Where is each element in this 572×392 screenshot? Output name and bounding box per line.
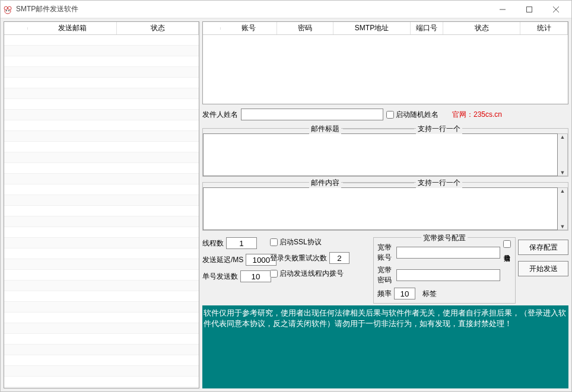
- titlebar: SMTP邮件发送软件: [1, 1, 571, 18]
- table-row: [4, 56, 199, 67]
- table-row: [4, 216, 199, 227]
- table-row: [4, 281, 199, 291]
- subject-hint: 支持一行一个: [416, 124, 462, 134]
- send-list-table: 发送邮箱 状态: [4, 21, 199, 388]
- enable-dial-checkbox[interactable]: [503, 240, 511, 248]
- body-hint: 支持一行一个: [416, 178, 462, 188]
- smtp-port-header[interactable]: 端口号: [411, 22, 443, 34]
- subject-fieldset: 邮件标题 支持一行一个 ▲ ▼: [202, 128, 568, 177]
- sender-name-label: 发件人姓名: [202, 110, 238, 120]
- per-account-input[interactable]: [240, 270, 271, 282]
- table-row: [4, 355, 199, 366]
- body-label: 邮件内容: [309, 178, 341, 188]
- random-name-checkbox-wrap[interactable]: 启动随机姓名: [386, 110, 438, 120]
- table-row: [4, 206, 199, 216]
- official-site-link[interactable]: 官网：235cs.cn: [452, 110, 502, 120]
- smtp-address-header[interactable]: SMTP地址: [333, 22, 411, 34]
- svg-point-3: [6, 10, 7, 11]
- retry-label: 登录失败重试次数: [270, 253, 327, 263]
- table-row: [4, 270, 199, 281]
- smtp-rownum-header[interactable]: [203, 27, 221, 30]
- dial-password-label: 宽带密码: [377, 265, 394, 285]
- random-name-label: 启动随机姓名: [396, 110, 438, 120]
- table-row: [4, 366, 199, 377]
- dial-account-input[interactable]: [396, 247, 500, 259]
- table-row: [4, 345, 199, 355]
- table-row: [4, 259, 199, 270]
- table-row: [4, 302, 199, 313]
- dial-in-thread-checkbox[interactable]: [270, 270, 278, 278]
- sender-row: 发件人姓名 启动随机姓名 官网：235cs.cn: [202, 106, 568, 123]
- ssl-checkbox-wrap[interactable]: 启动SSL协议: [270, 237, 371, 247]
- dial-in-thread-wrap[interactable]: 启动发送线程内拨号: [270, 269, 371, 279]
- dial-password-input[interactable]: [396, 269, 500, 281]
- enable-dial-wrap[interactable]: 启动拨号: [503, 240, 511, 299]
- maximize-button[interactable]: [516, 1, 542, 18]
- body-fieldset: 邮件内容 支持一行一个 ▲ ▼: [202, 182, 568, 231]
- send-list-body[interactable]: [4, 35, 199, 388]
- body-textarea[interactable]: [203, 187, 558, 230]
- window-title: SMTP邮件发送软件: [16, 4, 489, 14]
- dial-freq-label: 频率: [377, 289, 392, 299]
- app-icon: [3, 5, 12, 14]
- close-button[interactable]: [542, 1, 569, 18]
- disclaimer-text: 软件仅用于参考研究，使用者出现任何法律相关后果与软件作者无关，使用者自行承担后果…: [202, 305, 568, 388]
- dial-in-thread-label: 启动发送线程内拨号: [279, 269, 344, 279]
- right-panel: 账号 密码 SMTP地址 端口号 状态 统计 发件人姓名 启动随机姓名 官网：2…: [202, 21, 568, 388]
- subject-label: 邮件标题: [309, 124, 341, 134]
- svg-rect-6: [526, 7, 532, 12]
- dial-legend: 宽带拨号配置: [421, 233, 468, 243]
- threads-input[interactable]: [226, 237, 257, 249]
- smtp-password-header[interactable]: 密码: [277, 22, 333, 34]
- dial-freq-input[interactable]: [394, 288, 415, 299]
- table-row: [4, 142, 199, 152]
- save-config-button[interactable]: 保存配置: [518, 240, 568, 255]
- body-scrollbar[interactable]: ▲ ▼: [558, 187, 568, 230]
- scroll-down-icon[interactable]: ▼: [558, 224, 567, 230]
- svg-point-4: [8, 10, 9, 11]
- table-row: [4, 46, 199, 56]
- random-name-checkbox[interactable]: [386, 111, 394, 119]
- table-row: [4, 152, 199, 163]
- table-row: [4, 195, 199, 206]
- smtp-stats-header[interactable]: 统计: [520, 22, 568, 34]
- scroll-up-icon[interactable]: ▲: [558, 188, 567, 194]
- table-row: [4, 78, 199, 88]
- row-num-header[interactable]: [4, 27, 28, 30]
- retry-input[interactable]: [329, 252, 349, 264]
- dial-config: 宽带拨号配置 宽带账号 宽带密码: [373, 237, 516, 304]
- table-row: [4, 377, 199, 387]
- table-row: [4, 120, 199, 131]
- send-email-header[interactable]: 发送邮箱: [28, 22, 117, 34]
- table-row: [4, 88, 199, 99]
- content-area: 发送邮箱 状态 账号 密码 SMTP地址 端口号 状态 统计: [1, 18, 571, 391]
- table-row: [4, 323, 199, 334]
- delay-label: 发送延迟/MS: [202, 255, 243, 265]
- smtp-account-header[interactable]: 账号: [221, 22, 277, 34]
- smtp-body[interactable]: [203, 35, 568, 104]
- scroll-down-icon[interactable]: ▼: [558, 170, 567, 176]
- ssl-checkbox[interactable]: [270, 238, 278, 246]
- config-left: 线程数 发送延迟/MS 单号发送数: [202, 237, 268, 304]
- config-mid: 启动SSL协议 登录失败重试次数 启动发送线程内拨号: [270, 237, 371, 304]
- table-row: [4, 99, 199, 110]
- table-row: [4, 184, 199, 195]
- send-status-header[interactable]: 状态: [117, 22, 199, 34]
- start-send-button[interactable]: 开始发送: [518, 261, 568, 276]
- minimize-button[interactable]: [489, 1, 516, 18]
- app-window: SMTP邮件发送软件 发送邮箱 状态 账号 密码: [0, 0, 572, 392]
- scroll-up-icon[interactable]: ▲: [558, 134, 567, 140]
- sender-name-input[interactable]: [241, 109, 383, 120]
- send-list-header: 发送邮箱 状态: [4, 22, 199, 35]
- table-row: [4, 313, 199, 323]
- table-row: [4, 110, 199, 120]
- config-row: 线程数 发送延迟/MS 单号发送数 启动SSL协议: [202, 232, 568, 304]
- subject-textarea[interactable]: [203, 133, 558, 176]
- ssl-label: 启动SSL协议: [279, 237, 322, 247]
- table-row: [4, 174, 199, 184]
- table-row: [4, 67, 199, 78]
- action-buttons: 保存配置 开始发送: [518, 237, 568, 304]
- subject-scrollbar[interactable]: ▲ ▼: [558, 133, 568, 176]
- dial-account-label: 宽带账号: [377, 243, 394, 263]
- smtp-status-header[interactable]: 状态: [443, 22, 520, 34]
